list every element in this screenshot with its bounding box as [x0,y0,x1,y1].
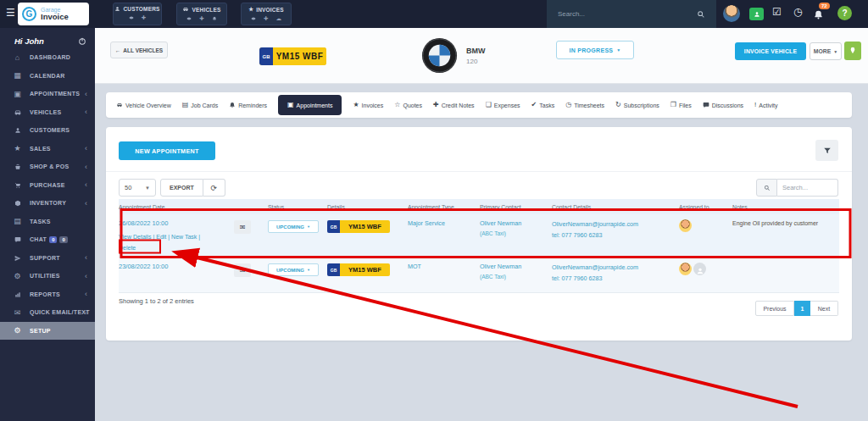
sidebar-item-support[interactable]: SUPPORT‹ [0,249,95,268]
contact-email[interactable]: OliverNewman@jourrapide.com [552,219,679,230]
status-dropdown[interactable]: IN PROGRESS ▼ [556,41,634,59]
column-header[interactable]: Contact Details [552,204,679,210]
tasks-checkbox-icon[interactable]: ☑ [772,7,782,17]
sidebar-item-inventory[interactable]: INVENTORY‹ [0,194,95,213]
sidebar-item-appointments[interactable]: ▣APPOINTMENTS‹ [0,85,95,103]
sidebar-item-quick-email-text[interactable]: ✉QUICK EMAIL/TEXT‹ [0,303,95,322]
assignee-avatar[interactable] [679,219,692,232]
chevron-left-icon: ‹ [85,108,87,116]
tab-activity[interactable]: !Activity [754,102,777,108]
tab-job-cards[interactable]: ▤Job Cards [182,102,218,108]
filter-button[interactable] [815,140,838,161]
sidebar-item-utilities[interactable]: ⚙UTILITIES‹ [0,267,95,285]
global-search-input[interactable] [547,10,697,18]
current-page-button[interactable]: 1 [794,301,810,316]
refresh-button[interactable]: ⟳ [203,179,225,197]
clock-icon[interactable]: ◷ [793,7,802,17]
cloud-icon[interactable]: ☁ [275,15,281,22]
sidebar-item-purchase[interactable]: PURCHASE‹ [0,176,95,195]
column-header[interactable]: Appointment Date [119,204,234,210]
quick-action-invoices[interactable]: ★INVOICES ✚ ☁ [241,3,292,25]
table-search-input[interactable] [777,179,838,197]
edit-link[interactable]: Edit [156,234,166,240]
next-page-button[interactable]: Next [810,301,838,316]
invoice-vehicle-button[interactable]: INVOICE VEHICLE [735,42,806,60]
more-dropdown[interactable]: MORE ▼ [810,42,842,60]
pin-button[interactable] [844,42,861,60]
plus-icon[interactable]: ✚ [142,14,146,21]
eye-icon[interactable] [251,16,256,21]
quick-action-vehicles[interactable]: VEHICLES ✚ [176,3,227,25]
plus-icon[interactable]: ✚ [199,15,203,22]
global-search [547,0,716,28]
sidebar-item-shop-pos[interactable]: SHOP & POS‹ [0,158,95,176]
email-button[interactable]: ✉ [234,220,251,234]
tab-quotes[interactable]: ☆Quotes [394,102,422,108]
column-header[interactable]: Status [268,204,327,210]
sidebar-item-vehicles[interactable]: VEHICLES‹ [0,103,95,122]
view-details-link[interactable]: View Details [119,234,151,240]
help-icon[interactable]: ? [837,6,852,20]
tab-credit-notes[interactable]: ✚Credit Notes [433,102,475,108]
new-task-link[interactable]: New Task [171,234,197,240]
tab-invoices[interactable]: ★Invoices [353,102,383,108]
sidebar-item-calendar[interactable]: ▦CALENDAR [0,67,95,86]
sidebar-item-tasks[interactable]: ▤TASKS [0,213,95,231]
status-dropdown[interactable]: UPCOMING▼ [268,263,319,276]
tab-appointments[interactable]: ▣Appointments [278,95,342,115]
column-header[interactable]: Appointment Type [408,204,480,210]
sidebar-item-setup[interactable]: ⚙SETUP [0,322,95,341]
delete-link[interactable]: Delete [119,245,136,251]
contact-name[interactable]: Oliver Newman [480,219,552,227]
all-vehicles-back-button[interactable]: ← ALL VEHICLES [110,42,168,58]
email-button[interactable]: ✉ [234,263,251,277]
assignee-avatar-placeholder[interactable] [693,263,706,275]
eye-icon[interactable] [129,15,134,20]
tab-discussions[interactable]: Discussions [703,102,743,108]
assignee-avatar[interactable] [679,263,692,275]
notification-badge: 72 [819,3,830,9]
bell-icon[interactable] [212,16,217,21]
notifications-bell-icon[interactable]: 72 [813,7,824,22]
column-header[interactable]: Assigned to [679,204,732,210]
contact-email[interactable]: OliverNewman@jourrapide.com [552,263,679,274]
search-icon[interactable] [697,10,705,19]
envelope-icon: ✉ [10,308,25,317]
vehicle-plate[interactable]: GBYM15 WBF [327,263,390,276]
sidebar-item-reports[interactable]: REPORTS‹ [0,285,95,304]
sidebar-item-dashboard[interactable]: ⌂DASHBOARD [0,48,95,67]
eye-icon[interactable] [186,16,192,21]
hamburger-menu-icon[interactable]: ☰ [6,8,15,18]
column-header[interactable]: Notes [732,204,839,210]
status-dropdown[interactable]: UPCOMING▼ [268,220,319,233]
table-summary: Showing 1 to 2 of 2 entries [119,297,194,305]
export-button[interactable]: EXPORT [160,179,203,197]
app-logo[interactable]: G Garage Invoice [18,3,89,25]
previous-page-button[interactable]: Previous [755,301,794,316]
power-icon[interactable] [78,37,86,46]
tab-subscriptions[interactable]: ↻Subscriptions [615,102,659,108]
sidebar-item-chat[interactable]: CHAT00 [0,230,95,249]
sidebar-item-sales[interactable]: ★SALES‹ [0,140,95,158]
column-header[interactable]: Primary Contact [480,204,552,210]
tab-label: Credit Notes [442,102,475,108]
messages-icon[interactable] [749,8,764,20]
vehicle-plate[interactable]: GBYM15 WBF [327,220,390,233]
sidebar-item-customers[interactable]: CUSTOMERS [0,121,95,140]
tab-files[interactable]: ❐Files [670,102,692,108]
home-icon: ⌂ [10,53,25,62]
tab-vehicle-overview[interactable]: Vehicle Overview [116,102,171,108]
contact-name[interactable]: Oliver Newman [480,263,552,270]
tab-timesheets[interactable]: ◷Timesheets [565,102,604,108]
person-icon [114,6,120,12]
user-avatar[interactable] [723,5,740,22]
quick-action-customers[interactable]: CUSTOMERS ✚ [113,3,162,25]
new-appointment-button[interactable]: NEW APPOINTMENT [119,141,215,160]
page-size-select[interactable]: 50 ▼ [119,179,156,197]
plus-icon[interactable]: ✚ [264,15,268,22]
calendar-check-icon: ▣ [10,90,25,98]
tab-expenses[interactable]: ❏Expenses [486,102,520,108]
tab-reminders[interactable]: Reminders [229,102,267,108]
column-header[interactable]: Details [327,204,408,210]
tab-tasks[interactable]: ✔Tasks [531,102,555,108]
